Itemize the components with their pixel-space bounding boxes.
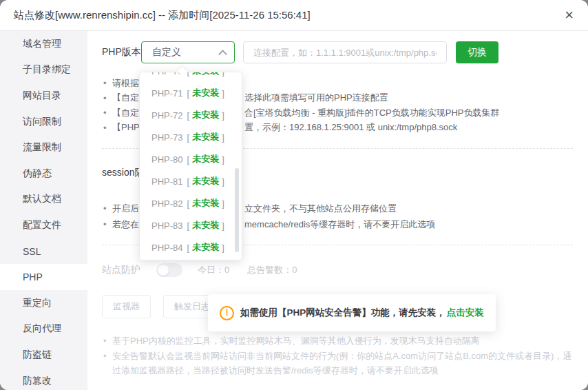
- site-protection-row: 站点防护 今日：0 总告警数：0: [102, 262, 315, 278]
- sidebar-item-anti-leech[interactable]: 防盗链: [0, 342, 87, 368]
- bracket: ]: [222, 132, 224, 143]
- bracket: ]: [222, 220, 224, 231]
- dropdown-item-php83[interactable]: PHP-83[未安装]: [140, 214, 242, 236]
- sidebar-item-config-file[interactable]: 配置文件: [0, 212, 87, 238]
- install-link[interactable]: 点击安装: [447, 307, 484, 319]
- sidebar-item-tamper-proof[interactable]: 防篡改: [0, 368, 87, 390]
- sidebar-item-domain-manage[interactable]: 域名管理: [0, 31, 87, 57]
- php-version-name: PHP-84: [151, 243, 183, 253]
- bullet-dot: [103, 78, 112, 88]
- sidebar-item-traffic-limit[interactable]: 流量限制: [0, 134, 87, 161]
- monitor-button[interactable]: 监视器: [102, 295, 151, 318]
- page-title: 站点修改[www.renrenshipin.cc] -- 添加时间[2025-1…: [14, 9, 311, 22]
- install-alert-text: 如需使用【PHP网站安全告警】功能，请先安装，: [240, 307, 445, 319]
- note-text-left: 【PHP: [112, 121, 140, 134]
- dropdown-item-php81[interactable]: PHP-81[未安装]: [140, 170, 242, 192]
- close-button[interactable]: ×: [560, 6, 578, 24]
- bullet-dot: [103, 349, 112, 378]
- note-text-left: 若您在: [112, 218, 140, 231]
- note-text: 基于PHP内核的监控工具，实时监控网站木马、漏洞等其他入侵行为，发现木马支持自动…: [112, 333, 580, 349]
- install-status: 未安装: [192, 87, 219, 99]
- bullet-dot: [103, 93, 112, 103]
- php-version-selected-value: 自定义: [152, 46, 181, 59]
- bracket: [: [187, 198, 190, 209]
- note-text-right: 立文件夹，不与其他站点公用存储位置: [244, 203, 397, 215]
- today-value: 0: [224, 265, 229, 275]
- install-status: 未安装: [192, 241, 219, 254]
- sidebar-item-subdir-bind[interactable]: 子目录绑定: [0, 57, 87, 83]
- php-version-select[interactable]: 自定义: [141, 41, 235, 63]
- bracket: [: [187, 72, 190, 76]
- php-version-name: PHP-71: [151, 88, 183, 99]
- bracket: ]: [222, 110, 224, 121]
- dropdown-scrollbar-thumb[interactable]: [235, 168, 239, 252]
- bracket: ]: [222, 243, 224, 253]
- php-version-label: PHP版本: [102, 46, 141, 59]
- dropdown-item-php82[interactable]: PHP-82[未安装]: [140, 192, 242, 214]
- bullet-dot: [103, 123, 112, 133]
- install-status: 未安装: [192, 153, 219, 165]
- dropdown-item-php73[interactable]: PHP-73[未安装]: [140, 126, 242, 148]
- php-version-name: PHP-73: [151, 132, 183, 143]
- chevron-up-icon: [218, 50, 227, 59]
- bracket: ]: [222, 198, 224, 209]
- dropdown-list: PHP-70[未安装] PHP-71[未安装] PHP-72[未安装] PHP-…: [140, 72, 242, 258]
- bracket: [: [187, 110, 190, 121]
- security-notes: 基于PHP内核的监控工具，实时监控网站木马、漏洞等其他入侵行为，发现木马支持自动…: [103, 333, 580, 378]
- note-text-left: 请根据: [112, 77, 140, 90]
- sidebar-item-site-dir[interactable]: 网站目录: [0, 83, 87, 109]
- bullet-dot: [103, 219, 112, 229]
- dropdown-item-php71[interactable]: PHP-71[未安装]: [140, 82, 242, 104]
- bracket: [: [187, 88, 190, 99]
- bracket: [: [187, 176, 190, 187]
- php-version-name: PHP-83: [151, 220, 183, 231]
- switch-button[interactable]: 切换: [456, 41, 498, 63]
- note-text-right: 置，示例：192.168.1.25:9001 或 unix:/tmp/php8.…: [244, 121, 457, 134]
- sidebar-item-access-limit[interactable]: 访问限制: [0, 109, 87, 135]
- note-text: 安全告警默认会监视当前网站访问非当前网站文件的行为(例：你的站点A.com访问了…: [112, 349, 580, 378]
- site-modify-dialog: 站点修改[www.renrenshipin.cc] -- 添加时间[2025-1…: [0, 0, 588, 390]
- sidebar-item-redirect[interactable]: 重定向: [0, 290, 87, 316]
- install-status: 未安装: [192, 175, 219, 187]
- sidebar-item-default-doc[interactable]: 默认文档: [0, 187, 87, 213]
- install-status: 未安装: [192, 219, 219, 232]
- bracket: ]: [222, 154, 224, 165]
- sidebar-item-reverse-proxy[interactable]: 反向代理: [0, 316, 87, 342]
- bracket: [: [187, 243, 190, 253]
- bracket: ]: [222, 176, 224, 187]
- sidebar-item-rewrite[interactable]: 伪静态: [0, 161, 87, 187]
- total-alarm-value: 0: [292, 265, 297, 275]
- install-status: 未安装: [192, 72, 219, 77]
- bracket: [: [187, 132, 190, 143]
- site-protection-label: 站点防护: [102, 264, 140, 276]
- bracket: [: [187, 154, 190, 165]
- note-text-left: 【自定: [112, 92, 140, 104]
- dropdown-item-php72[interactable]: PHP-72[未安装]: [140, 104, 242, 126]
- sidebar-item-php[interactable]: PHP: [0, 264, 87, 290]
- php-version-row: PHP版本 自定义 切换: [102, 41, 498, 64]
- note-line: 基于PHP内核的监控工具，实时监控网站木马、漏洞等其他入侵行为，发现木马支持自动…: [103, 333, 580, 349]
- note-text-right: memcache/redis等缓存器时，请不要开启此选项: [244, 218, 435, 231]
- today-label: 今日：: [198, 265, 224, 275]
- dropdown-item-php84[interactable]: PHP-84[未安装]: [140, 236, 242, 258]
- note-text-left: 开启后: [112, 203, 140, 215]
- title-bar: 站点修改[www.renrenshipin.cc] -- 添加时间[2025-1…: [0, 0, 588, 31]
- warning-icon: !: [220, 306, 234, 320]
- total-alarm-count: 总告警数：0: [247, 264, 297, 276]
- bullet-dot: [103, 107, 112, 118]
- dropdown-item-php80[interactable]: PHP-80[未安装]: [140, 148, 242, 170]
- connection-config-input[interactable]: [243, 41, 447, 63]
- toggle-knob: [158, 265, 169, 276]
- note-line: 安全告警默认会监视当前网站访问非当前网站文件的行为(例：你的站点A.com访问了…: [103, 349, 580, 378]
- php-version-name: PHP-80: [151, 154, 183, 165]
- install-status: 未安装: [192, 197, 219, 209]
- bracket: ]: [222, 88, 224, 99]
- sidebar-item-ssl[interactable]: SSL: [0, 238, 87, 265]
- bullet-dot: [103, 333, 112, 349]
- site-protection-toggle[interactable]: [156, 263, 182, 277]
- total-alarm-label: 总告警数：: [247, 265, 292, 275]
- install-status: 未安装: [192, 131, 219, 143]
- dropdown-item-php70[interactable]: PHP-70[未安装]: [140, 72, 242, 82]
- sidebar: 域名管理 子目录绑定 网站目录 访问限制 流量限制 伪静态 默认文档 配置文件 …: [0, 31, 87, 390]
- note-text-left: 【自定: [112, 107, 140, 119]
